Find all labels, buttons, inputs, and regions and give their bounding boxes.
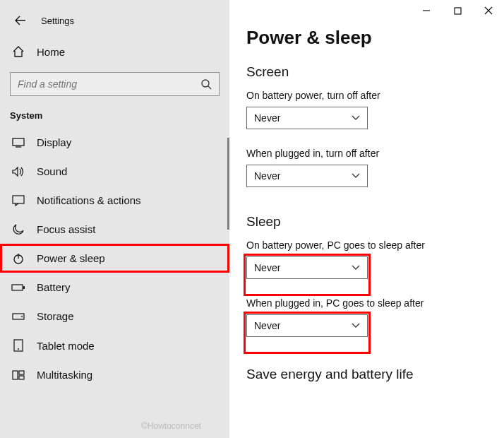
sidebar-item-label: Multitasking [37, 369, 92, 381]
screen-plugged-dropdown-wrap: Never [246, 165, 368, 201]
sidebar: Settings Home System Display [0, 0, 229, 438]
svg-rect-5 [23, 286, 25, 289]
storage-icon [10, 312, 27, 321]
sidebar-item-notifications[interactable]: Notifications & actions [0, 186, 229, 215]
close-button[interactable] [473, 0, 504, 21]
sleep-battery-dropdown-wrap: Never [246, 256, 368, 293]
svg-rect-4 [12, 285, 23, 290]
chevron-down-icon [352, 265, 360, 271]
screen-plugged-dropdown[interactable]: Never [246, 165, 368, 187]
screen-battery-dropdown-wrap: Never [246, 107, 368, 143]
sidebar-item-label: Display [37, 136, 71, 148]
sidebar-item-label: Sound [37, 165, 67, 177]
save-energy-heading: Save energy and battery life [246, 367, 488, 382]
sidebar-item-display[interactable]: Display [0, 128, 229, 157]
sidebar-item-label: Focus assist [37, 223, 95, 235]
sleep-heading: Sleep [246, 214, 488, 230]
sidebar-item-label: Notifications & actions [37, 194, 141, 206]
dropdown-value: Never [254, 112, 280, 124]
search-box[interactable] [10, 72, 220, 96]
chevron-down-icon [352, 115, 360, 121]
page-title: Power & sleep [246, 27, 488, 49]
sidebar-item-focus-assist[interactable]: Focus assist [0, 215, 229, 244]
sleep-plugged-label: When plugged in, PC goes to sleep after [246, 297, 488, 309]
home-nav[interactable]: Home [0, 38, 229, 65]
home-label: Home [37, 46, 65, 58]
focus-assist-icon [10, 224, 27, 235]
battery-icon [10, 283, 27, 292]
sidebar-item-tablet-mode[interactable]: Tablet mode [0, 331, 229, 360]
screen-heading: Screen [246, 64, 488, 80]
minimize-icon [422, 6, 431, 15]
svg-point-0 [202, 80, 209, 87]
screen-plugged-label: When plugged in, turn off after [246, 148, 488, 159]
svg-rect-11 [19, 371, 24, 374]
sidebar-section-heading: System [0, 99, 229, 128]
back-button[interactable] [13, 13, 28, 28]
search-input[interactable] [18, 78, 200, 90]
dropdown-value: Never [254, 170, 280, 182]
sidebar-item-multitasking[interactable]: Multitasking [0, 360, 229, 389]
multitasking-icon [10, 370, 27, 380]
home-icon [10, 45, 27, 58]
sidebar-item-sound[interactable]: Sound [0, 157, 229, 186]
nav-list: Display Sound Notifications & actions Fo… [0, 128, 229, 389]
window-controls [411, 0, 504, 21]
sound-icon [10, 166, 27, 177]
chevron-down-icon [352, 323, 360, 328]
window-title: Settings [41, 16, 74, 26]
dropdown-value: Never [254, 320, 280, 331]
sidebar-item-storage[interactable]: Storage [0, 302, 229, 331]
display-icon [10, 138, 27, 148]
sleep-battery-dropdown[interactable]: Never [246, 256, 368, 279]
titlebar: Settings [0, 7, 229, 38]
close-icon [484, 6, 493, 15]
sidebar-item-label: Storage [37, 310, 74, 322]
notifications-icon [10, 195, 27, 206]
svg-point-9 [18, 348, 19, 350]
screen-battery-label: On battery power, turn off after [246, 90, 488, 101]
sidebar-item-battery[interactable]: Battery [0, 273, 229, 302]
arrow-left-icon [15, 15, 26, 26]
dropdown-value: Never [254, 262, 280, 273]
sleep-battery-label: On battery power, PC goes to sleep after [246, 239, 488, 251]
content-pane: Power & sleep Screen On battery power, t… [229, 0, 504, 438]
tablet-icon [10, 339, 27, 352]
svg-rect-10 [13, 371, 18, 379]
sidebar-item-power-sleep[interactable]: Power & sleep [0, 244, 229, 273]
maximize-button[interactable] [442, 0, 473, 21]
svg-rect-1 [13, 138, 24, 146]
minimize-button[interactable] [411, 0, 442, 21]
chevron-down-icon [352, 173, 360, 179]
sidebar-item-label: Tablet mode [37, 340, 95, 352]
search-container [0, 65, 229, 99]
sleep-plugged-dropdown-wrap: Never [246, 314, 368, 351]
power-icon [10, 253, 27, 264]
svg-point-7 [21, 316, 23, 317]
sidebar-item-label: Battery [37, 281, 71, 293]
sleep-plugged-dropdown[interactable]: Never [246, 314, 368, 337]
watermark: ©Howtoconncet [141, 421, 201, 431]
svg-rect-13 [455, 8, 461, 14]
svg-rect-12 [19, 376, 24, 379]
maximize-icon [454, 7, 462, 15]
svg-rect-2 [13, 196, 24, 203]
screen-battery-dropdown[interactable]: Never [246, 107, 368, 129]
sidebar-item-label: Power & sleep [37, 252, 105, 264]
search-icon [200, 78, 212, 90]
